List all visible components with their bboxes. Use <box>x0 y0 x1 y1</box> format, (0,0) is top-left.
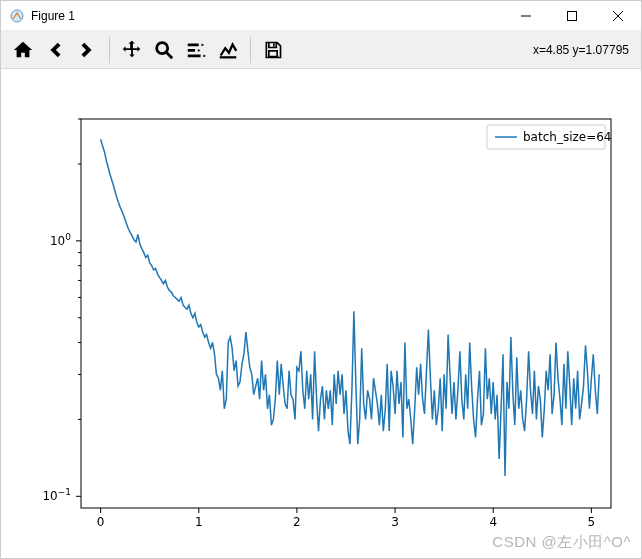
window-title: Figure 1 <box>31 9 75 23</box>
svg-rect-3 <box>273 43 275 46</box>
titlebar: Figure 1 <box>1 1 641 31</box>
close-button[interactable] <box>595 1 641 31</box>
svg-text:batch_size=64: batch_size=64 <box>523 130 611 144</box>
configure-subplots-button[interactable] <box>180 34 212 66</box>
edit-axes-button[interactable] <box>212 34 244 66</box>
toolbar-separator <box>109 37 110 63</box>
plot-canvas[interactable]: 01234510−1100batch_size=64 CSDN @左小田^O^ <box>1 69 641 558</box>
back-button[interactable] <box>39 34 71 66</box>
forward-button[interactable] <box>71 34 103 66</box>
chart-svg: 01234510−1100batch_size=64 <box>1 69 641 558</box>
maximize-button[interactable] <box>549 1 595 31</box>
toolbar-separator-2 <box>250 37 251 63</box>
svg-text:0: 0 <box>97 515 105 529</box>
toolbar: x=4.85 y=1.07795 <box>1 31 641 69</box>
app-icon <box>9 8 25 24</box>
svg-rect-4 <box>81 119 611 508</box>
zoom-button[interactable] <box>148 34 180 66</box>
home-button[interactable] <box>7 34 39 66</box>
svg-rect-1 <box>568 11 577 20</box>
figure-window: Figure 1 <box>0 0 642 559</box>
save-button[interactable] <box>257 34 289 66</box>
svg-text:100: 100 <box>50 232 71 248</box>
svg-text:2: 2 <box>293 515 301 529</box>
svg-text:3: 3 <box>391 515 399 529</box>
svg-point-2 <box>157 42 168 53</box>
svg-text:4: 4 <box>489 515 497 529</box>
cursor-coordinates: x=4.85 y=1.07795 <box>533 43 635 57</box>
svg-text:1: 1 <box>195 515 203 529</box>
svg-text:5: 5 <box>588 515 596 529</box>
svg-text:10−1: 10−1 <box>42 487 71 503</box>
pan-button[interactable] <box>116 34 148 66</box>
minimize-button[interactable] <box>503 1 549 31</box>
svg-point-0 <box>11 10 23 22</box>
